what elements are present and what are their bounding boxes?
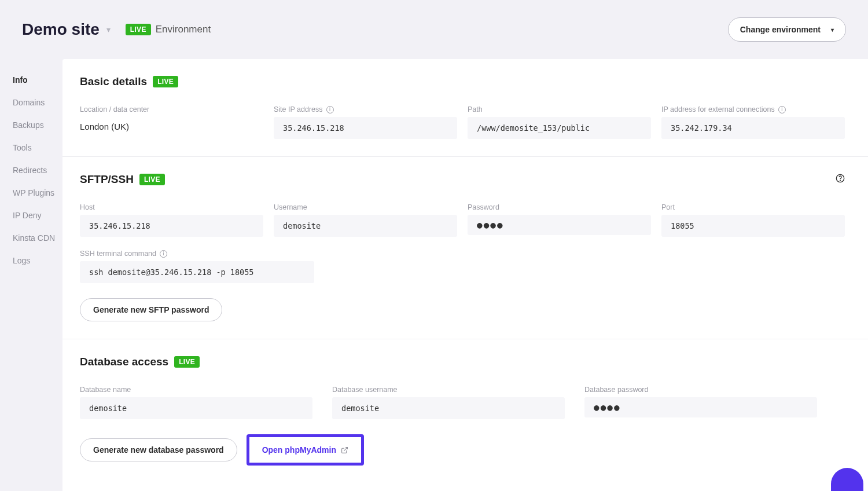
db-name-label: Database name [80, 386, 312, 394]
sidebar-item-kinsta-cdn[interactable]: Kinsta CDN [13, 233, 62, 243]
change-environment-button[interactable]: Change environment ▾ [728, 17, 846, 42]
live-badge: LIVE [153, 76, 178, 87]
host-label: Host [80, 203, 263, 211]
path-value[interactable]: /www/demosite_153/public [468, 117, 651, 139]
open-phpmyadmin-highlight: Open phpMyAdmin [247, 434, 364, 466]
help-icon[interactable] [836, 174, 845, 185]
svg-point-1 [840, 180, 841, 181]
environment-label: Environment [156, 24, 211, 35]
site-title: Demo site [22, 20, 100, 39]
location-value: London (UK) [80, 117, 263, 136]
info-icon[interactable]: i [778, 106, 786, 113]
section-basic-details: Basic details LIVE Location / data cente… [62, 59, 868, 157]
username-value[interactable]: demosite [274, 215, 457, 237]
site-ip-label: Site IP address i [274, 105, 457, 113]
sidebar-item-ip-deny[interactable]: IP Deny [13, 211, 62, 220]
ssh-cmd-value[interactable]: ssh demosite@35.246.15.218 -p 18055 [80, 261, 314, 283]
location-label: Location / data center [80, 105, 263, 113]
port-value[interactable]: 18055 [661, 215, 845, 237]
info-icon[interactable]: i [326, 106, 334, 113]
generate-db-password-button[interactable]: Generate new database password [80, 438, 237, 461]
live-badge: LIVE [139, 174, 165, 185]
sidebar: Info Domains Backups Tools Redirects WP … [0, 59, 62, 491]
live-badge: LIVE [174, 356, 200, 368]
db-pw-value[interactable]: ●●●● [584, 397, 817, 417]
db-name-value[interactable]: demosite [80, 397, 312, 419]
password-value[interactable]: ●●●● [468, 215, 651, 235]
section-title-basic: Basic details [80, 75, 147, 88]
info-icon[interactable]: i [160, 250, 167, 258]
section-database-access: Database access LIVE Database name demos… [62, 339, 868, 483]
path-label: Path [468, 105, 651, 113]
host-value[interactable]: 35.246.15.218 [80, 215, 263, 237]
sidebar-item-backups[interactable]: Backups [13, 120, 62, 130]
svg-line-2 [344, 447, 347, 450]
sidebar-item-logs[interactable]: Logs [13, 256, 62, 265]
password-label: Password [468, 203, 651, 211]
port-label: Port [661, 203, 845, 211]
chevron-down-icon[interactable]: ▾ [106, 25, 111, 34]
sidebar-item-redirects[interactable]: Redirects [13, 166, 62, 175]
ssh-cmd-label: SSH terminal command i [80, 250, 314, 258]
ext-ip-label: IP address for external connections i [661, 105, 845, 113]
site-ip-value[interactable]: 35.246.15.218 [274, 117, 457, 139]
db-pw-label: Database password [584, 386, 817, 394]
db-user-label: Database username [332, 386, 565, 394]
section-title-sftp: SFTP/SSH [80, 173, 134, 186]
sidebar-item-wp-plugins[interactable]: WP Plugins [13, 188, 62, 197]
section-sftp-ssh: SFTP/SSH LIVE Host 35.246.15.218 Usernam… [62, 157, 868, 339]
change-environment-label: Change environment [740, 25, 821, 34]
ext-ip-value[interactable]: 35.242.179.34 [661, 117, 845, 139]
sidebar-item-domains[interactable]: Domains [13, 98, 62, 107]
generate-sftp-password-button[interactable]: Generate new SFTP password [80, 298, 222, 321]
open-phpmyadmin-button[interactable]: Open phpMyAdmin [253, 439, 358, 460]
external-link-icon [341, 446, 348, 454]
live-badge: LIVE [126, 24, 151, 35]
page-header: Demo site ▾ LIVE Environment Change envi… [0, 0, 868, 59]
sidebar-item-info[interactable]: Info [13, 75, 62, 85]
username-label: Username [274, 203, 457, 211]
sidebar-item-tools[interactable]: Tools [13, 143, 62, 152]
section-title-db: Database access [80, 356, 168, 368]
main-panel: Basic details LIVE Location / data cente… [62, 59, 868, 491]
open-phpmyadmin-label: Open phpMyAdmin [262, 445, 336, 455]
db-user-value[interactable]: demosite [332, 397, 565, 419]
chevron-down-icon: ▾ [831, 27, 834, 33]
